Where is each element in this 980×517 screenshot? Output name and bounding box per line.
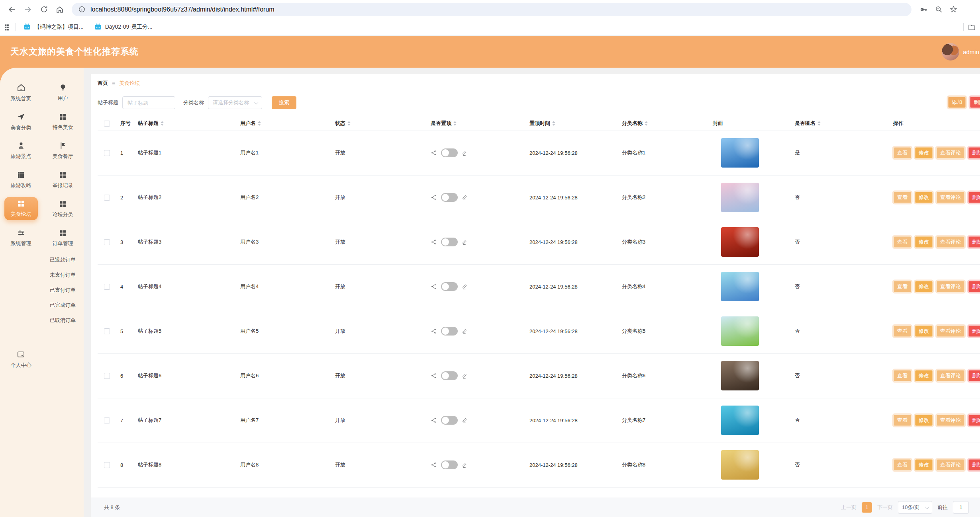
cover-image[interactable] bbox=[721, 272, 759, 301]
avatar[interactable] bbox=[942, 43, 959, 60]
row-checkbox[interactable] bbox=[104, 462, 110, 468]
view-comments-button[interactable]: 查看评论 bbox=[936, 459, 965, 471]
row-checkbox[interactable] bbox=[104, 328, 110, 334]
pin-toggle[interactable] bbox=[441, 371, 458, 380]
sidebar-item-restaurants[interactable]: 美食餐厅 bbox=[42, 136, 84, 165]
zoom-out-icon[interactable] bbox=[935, 5, 943, 14]
edit-pencil-icon[interactable] bbox=[462, 194, 468, 201]
pin-toggle[interactable] bbox=[441, 416, 458, 425]
sidebar-item-system-home[interactable]: 系统首页 bbox=[0, 78, 42, 107]
edit-pencil-icon[interactable] bbox=[462, 462, 468, 468]
col-header-category[interactable]: 分类名称 bbox=[615, 116, 713, 131]
url-text[interactable]: localhost:8080/springboot96u57z37/admin/… bbox=[90, 6, 274, 13]
col-header-status[interactable]: 状态 bbox=[326, 116, 422, 131]
col-header-pin-time[interactable]: 置顶时间 bbox=[520, 116, 615, 131]
select-all-checkbox[interactable] bbox=[104, 121, 110, 127]
edit-button[interactable]: 修改 bbox=[915, 370, 933, 382]
apps-grid-icon[interactable] bbox=[4, 23, 12, 31]
current-page-button[interactable]: 1 bbox=[862, 502, 872, 513]
view-button[interactable]: 查看 bbox=[893, 236, 911, 248]
edit-button[interactable]: 修改 bbox=[915, 281, 933, 293]
view-comments-button[interactable]: 查看评论 bbox=[936, 147, 965, 159]
other-bookmarks-folder-icon[interactable] bbox=[968, 23, 976, 31]
sidebar-subitem-cancelled-orders[interactable]: 已取消订单 bbox=[42, 313, 84, 328]
edit-button[interactable]: 修改 bbox=[915, 459, 933, 471]
edit-button[interactable]: 修改 bbox=[915, 325, 933, 337]
sidebar-item-system-mgmt[interactable]: 系统管理 bbox=[0, 223, 42, 252]
view-button[interactable]: 查看 bbox=[893, 414, 911, 426]
view-button[interactable]: 查看 bbox=[893, 459, 911, 471]
bookmark-star-icon[interactable] bbox=[949, 5, 958, 14]
home-icon[interactable] bbox=[53, 2, 67, 17]
sidebar-item-users[interactable]: 用户 bbox=[42, 78, 84, 107]
view-comments-button[interactable]: 查看评论 bbox=[936, 281, 965, 293]
col-header-anonymous[interactable]: 是否匿名 bbox=[787, 116, 882, 131]
edit-pencil-icon[interactable] bbox=[462, 373, 468, 379]
share-icon[interactable] bbox=[431, 239, 437, 245]
page-size-select[interactable]: 10条/页 bbox=[898, 501, 932, 514]
prev-page-button[interactable]: 上一页 bbox=[841, 504, 857, 511]
sidebar-subitem-completed-orders[interactable]: 已完成订单 bbox=[42, 298, 84, 313]
share-icon[interactable] bbox=[431, 194, 437, 201]
share-icon[interactable] bbox=[431, 417, 437, 423]
delete-button[interactable]: 删除 bbox=[968, 325, 980, 337]
user-menu[interactable]: admin bbox=[942, 36, 979, 68]
view-button[interactable]: 查看 bbox=[893, 325, 911, 337]
edit-button[interactable]: 修改 bbox=[915, 147, 933, 159]
bookmark-item[interactable]: Day02-09-员工分... bbox=[91, 21, 156, 33]
sidebar-item-travel-guides[interactable]: 旅游攻略 bbox=[0, 165, 42, 194]
delete-button[interactable]: 删除 bbox=[968, 459, 980, 471]
col-header-username[interactable]: 用户名 bbox=[231, 116, 326, 131]
row-checkbox[interactable] bbox=[104, 239, 110, 245]
row-checkbox[interactable] bbox=[104, 418, 110, 423]
edit-pencil-icon[interactable] bbox=[462, 283, 468, 290]
reload-icon[interactable] bbox=[37, 2, 51, 17]
sidebar-subitem-unpaid-orders[interactable]: 未支付订单 bbox=[42, 267, 84, 283]
goto-page-input[interactable] bbox=[953, 501, 969, 514]
sidebar-item-tourist-spots[interactable]: 旅游景点 bbox=[0, 136, 42, 165]
sidebar-item-food-forum[interactable]: 美食论坛 bbox=[4, 197, 38, 220]
back-icon[interactable] bbox=[5, 2, 19, 17]
sidebar-item-order-mgmt[interactable]: 订单管理 bbox=[42, 223, 84, 252]
cover-image[interactable] bbox=[721, 183, 759, 212]
row-checkbox[interactable] bbox=[104, 150, 110, 156]
sidebar-item-special-food[interactable]: 特色美食 bbox=[42, 107, 84, 136]
category-select[interactable]: 请选择分类名称 bbox=[208, 96, 262, 109]
bookmark-item[interactable]: 【码神之路】项目... bbox=[20, 21, 87, 33]
share-icon[interactable] bbox=[431, 283, 437, 290]
pin-toggle[interactable] bbox=[441, 460, 458, 469]
address-bar[interactable]: localhost:8080/springboot96u57z37/admin/… bbox=[72, 3, 911, 16]
share-icon[interactable] bbox=[431, 150, 437, 156]
col-header-title[interactable]: 帖子标题 bbox=[136, 116, 231, 131]
sidebar-subitem-paid-orders[interactable]: 已支付订单 bbox=[42, 283, 84, 298]
delete-button[interactable]: 删除 bbox=[968, 236, 980, 248]
forward-icon[interactable] bbox=[21, 2, 35, 17]
search-button[interactable]: 搜索 bbox=[272, 96, 296, 109]
sidebar-item-forum-category[interactable]: 论坛分类 bbox=[42, 194, 84, 223]
cover-image[interactable] bbox=[721, 450, 759, 480]
view-comments-button[interactable]: 查看评论 bbox=[936, 325, 965, 337]
view-button[interactable]: 查看 bbox=[893, 191, 911, 203]
share-icon[interactable] bbox=[431, 328, 437, 334]
pin-toggle[interactable] bbox=[441, 148, 458, 157]
next-page-button[interactable]: 下一页 bbox=[877, 504, 893, 511]
add-button[interactable]: 添加 bbox=[948, 96, 966, 108]
view-button[interactable]: 查看 bbox=[893, 281, 911, 293]
sidebar-item-report-records[interactable]: 举报记录 bbox=[42, 165, 84, 194]
edit-pencil-icon[interactable] bbox=[462, 239, 468, 245]
cover-image[interactable] bbox=[721, 227, 759, 257]
col-header-pinned[interactable]: 是否置顶 bbox=[422, 116, 520, 131]
pin-toggle[interactable] bbox=[441, 238, 458, 246]
view-button[interactable]: 查看 bbox=[893, 370, 911, 382]
edit-pencil-icon[interactable] bbox=[462, 417, 468, 423]
edit-button[interactable]: 修改 bbox=[915, 236, 933, 248]
pin-toggle[interactable] bbox=[441, 193, 458, 202]
view-comments-button[interactable]: 查看评论 bbox=[936, 191, 965, 203]
edit-pencil-icon[interactable] bbox=[462, 328, 468, 334]
sidebar-subitem-refunded-orders[interactable]: 已退款订单 bbox=[42, 252, 84, 267]
view-comments-button[interactable]: 查看评论 bbox=[936, 236, 965, 248]
sidebar-item-food-category[interactable]: 美食分类 bbox=[0, 107, 42, 136]
title-filter-input[interactable] bbox=[122, 96, 175, 109]
cover-image[interactable] bbox=[721, 138, 759, 168]
cover-image[interactable] bbox=[721, 406, 759, 435]
